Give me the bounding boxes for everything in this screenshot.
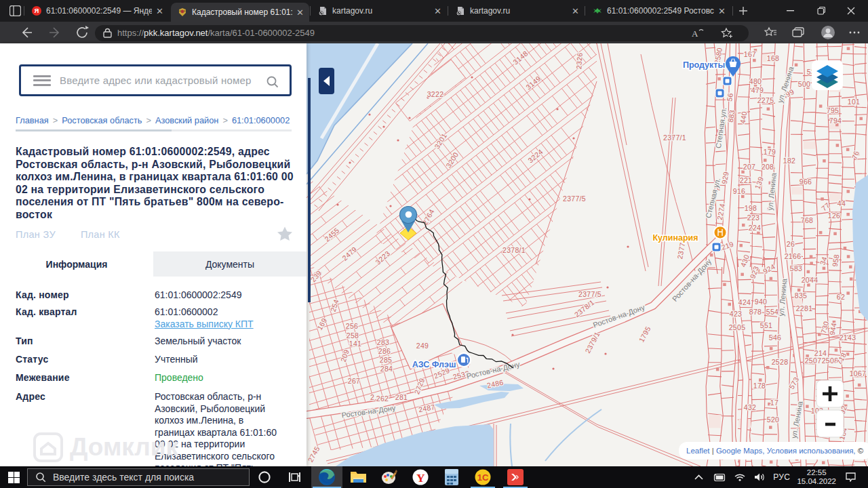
svg-text:2281: 2281 bbox=[796, 304, 813, 312]
svg-text:583: 583 bbox=[790, 264, 802, 272]
svg-text:101: 101 bbox=[848, 98, 860, 106]
svg-text:795: 795 bbox=[827, 106, 839, 115]
svg-text:835: 835 bbox=[795, 291, 807, 300]
svg-text:2166: 2166 bbox=[785, 252, 802, 260]
svg-text:285: 285 bbox=[380, 356, 392, 364]
svg-text:141: 141 bbox=[349, 340, 361, 348]
svg-text:Leaflet | Google Maps, Условия: Leaflet | Google Maps, Условия использов… bbox=[686, 447, 864, 455]
svg-text:208: 208 bbox=[762, 163, 774, 171]
svg-text:432: 432 bbox=[744, 403, 756, 411]
svg-text:258: 258 bbox=[347, 331, 359, 340]
svg-text:1067: 1067 bbox=[850, 369, 867, 378]
svg-text:A: A bbox=[692, 28, 698, 39]
svg-text:1С: 1С bbox=[477, 472, 489, 483]
svg-text:966: 966 bbox=[800, 178, 812, 186]
svg-text:224: 224 bbox=[749, 224, 761, 232]
svg-text:249: 249 bbox=[416, 342, 429, 350]
svg-text:179: 179 bbox=[764, 148, 776, 156]
svg-text:2377/5: 2377/5 bbox=[563, 195, 586, 203]
svg-text:480: 480 bbox=[749, 77, 762, 85]
svg-text:2275: 2275 bbox=[757, 96, 774, 104]
svg-text:794: 794 bbox=[829, 117, 842, 125]
svg-text:62: 62 bbox=[837, 293, 845, 301]
svg-text:Я: Я bbox=[35, 7, 39, 14]
svg-text:2143: 2143 bbox=[840, 333, 856, 342]
svg-text:198: 198 bbox=[745, 204, 757, 212]
svg-text:878: 878 bbox=[749, 308, 762, 316]
svg-text:424: 424 bbox=[738, 298, 751, 306]
svg-text:256: 256 bbox=[346, 322, 358, 330]
svg-text:126: 126 bbox=[828, 211, 840, 220]
svg-text:281: 281 bbox=[395, 393, 408, 401]
svg-text:768: 768 bbox=[801, 216, 813, 224]
svg-text:2044: 2044 bbox=[802, 276, 818, 284]
svg-text:500: 500 bbox=[798, 80, 810, 88]
svg-text:262: 262 bbox=[376, 394, 389, 403]
svg-text:2326: 2326 bbox=[574, 52, 584, 69]
svg-text:2507: 2507 bbox=[805, 357, 822, 365]
svg-text:940: 940 bbox=[755, 298, 767, 306]
svg-text:423: 423 bbox=[730, 310, 742, 318]
svg-text:479: 479 bbox=[751, 86, 764, 94]
svg-text:168: 168 bbox=[767, 54, 779, 62]
svg-text:2377/1: 2377/1 bbox=[663, 134, 686, 142]
svg-text:2: 2 bbox=[370, 393, 374, 401]
svg-text:207: 207 bbox=[743, 163, 755, 171]
svg-text:221: 221 bbox=[740, 176, 752, 184]
svg-text:916: 916 bbox=[733, 187, 745, 195]
svg-text:223: 223 bbox=[747, 214, 760, 222]
svg-text:178: 178 bbox=[753, 382, 766, 390]
svg-text:2378/1: 2378/1 bbox=[502, 246, 526, 254]
svg-text:2505: 2505 bbox=[729, 323, 746, 331]
svg-text:56: 56 bbox=[725, 92, 734, 102]
svg-text:Кулинария: Кулинария bbox=[652, 233, 698, 243]
svg-text:546: 546 bbox=[769, 333, 781, 342]
svg-text:44: 44 bbox=[837, 199, 846, 207]
svg-text:3222: 3222 bbox=[427, 90, 444, 98]
svg-text:Y: Y bbox=[416, 471, 425, 485]
svg-text:520: 520 bbox=[767, 415, 779, 424]
svg-text:284: 284 bbox=[380, 365, 393, 373]
svg-text:286: 286 bbox=[378, 347, 391, 355]
svg-text:2377/5: 2377/5 bbox=[578, 290, 601, 298]
svg-text:182: 182 bbox=[783, 157, 795, 165]
svg-text:Продукты: Продукты bbox=[683, 60, 725, 70]
svg-text:267: 267 bbox=[348, 377, 360, 385]
svg-text:2528: 2528 bbox=[772, 358, 789, 366]
svg-text:283: 283 bbox=[377, 338, 389, 346]
svg-text:551: 551 bbox=[760, 321, 772, 329]
svg-text:26: 26 bbox=[787, 240, 795, 248]
svg-text:17: 17 bbox=[770, 399, 778, 407]
svg-text:167: 167 bbox=[744, 50, 756, 58]
svg-text:АЗС Флэш: АЗС Флэш bbox=[412, 360, 456, 369]
